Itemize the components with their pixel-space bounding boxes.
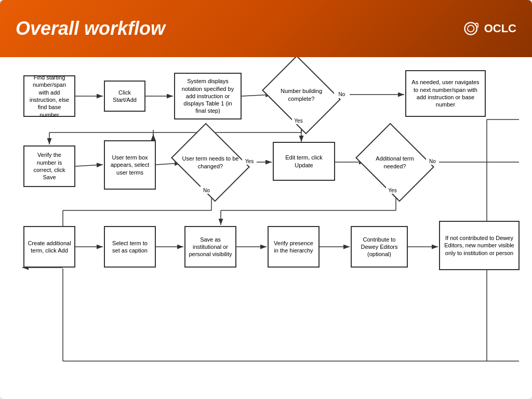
r3-select-term-box: Select term to set as caption (104, 226, 156, 268)
header: Overall workflow OCLC (0, 0, 532, 57)
svg-line-12 (75, 165, 103, 166)
r2-edit-term-box: Edit term, click Update (273, 142, 335, 181)
content-area: Find starting number/span with add instr… (0, 57, 532, 399)
oclc-logo: OCLC (462, 19, 516, 38)
r2-verify-number-box: Verify the number is correct, click Save (23, 145, 75, 187)
r3-not-contributed-box: If not contributed to Dewey Editors, new… (439, 221, 520, 270)
r1-number-complete-diamond: Number building complete? (270, 70, 332, 119)
r1-click-start-box: Click Start/Add (104, 81, 145, 112)
flowchart: Find starting number/span with add instr… (13, 65, 519, 394)
slide-title: Overall workflow (16, 18, 165, 39)
r1-find-number-box: Find starting number/span with add instr… (23, 75, 75, 117)
r1-no-label: No (334, 90, 350, 98)
r2-user-term-box: User term box appears, select user terms (104, 140, 156, 190)
r3-save-visibility-box: Save as institutional or personal visibi… (184, 226, 236, 268)
slide: Overall workflow OCLC (0, 0, 532, 399)
r3-contribute-box: Contribute to Dewey Editors (optional) (351, 226, 408, 268)
r2-yes2-label: Yes (386, 187, 399, 194)
r2-no-label: No (200, 187, 213, 194)
r1-yes-label: Yes (292, 117, 305, 124)
r2-term-changed-diamond: User term needs to be changed? (179, 138, 242, 187)
r3-create-term-box: Create additional term, click Add (23, 226, 75, 268)
r1-system-displays-box: System displays notation specified by ad… (174, 73, 242, 119)
svg-point-1 (468, 25, 474, 32)
r2-additional-term-diamond: Additional term needed? (364, 138, 426, 187)
r1-user-navigates-box: As needed, user navigates to next number… (405, 70, 486, 117)
logo-text: OCLC (484, 22, 516, 35)
r3-verify-hierarchy-box: Verify presence in the hierarchy (268, 226, 320, 268)
r2-yes-label: Yes (242, 157, 257, 165)
r2-no2-label: No (426, 157, 439, 165)
svg-point-0 (464, 22, 476, 34)
